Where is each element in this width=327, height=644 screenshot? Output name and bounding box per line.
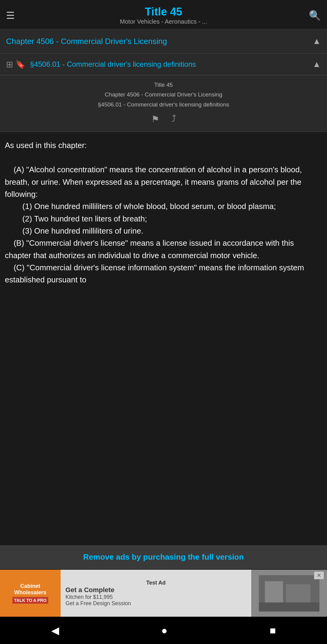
menu-icon[interactable]: ☰	[6, 10, 21, 21]
section-title: §4506.01 - Commercial driver's licensing…	[30, 59, 308, 69]
breadcrumb-line1: Title 45	[6, 80, 321, 90]
ad-sub1: Kitchen for $11,995	[65, 594, 246, 600]
definition-b: (B) "Commercial driver's license" means …	[5, 237, 322, 261]
chapter-title: Chapter 4506 - Commercial Driver's Licen…	[6, 36, 312, 47]
ad-sub2: Get a Free Design Session	[65, 600, 246, 607]
page-subtitle: Motor Vehicles - Aeronautics - ...	[21, 18, 306, 25]
bookmark-icon[interactable]: 🔖	[15, 60, 25, 69]
search-icon[interactable]: 🔍	[306, 10, 321, 21]
header-center: Title 45 Motor Vehicles - Aeronautics - …	[21, 5, 306, 25]
android-back-button[interactable]: ◀	[51, 624, 59, 636]
breadcrumb-area: Title 45 Chapter 4506 - Commercial Drive…	[0, 75, 327, 132]
remove-ads-text[interactable]: Remove ads by purchasing the full versio…	[83, 552, 244, 561]
page-title: Title 45	[21, 5, 306, 18]
intro-text: As used in this chapter:	[5, 139, 322, 151]
section-icon-group: ⊞ 🔖	[6, 59, 25, 69]
ad-banner: CabinetWholesalers TALK TO A PRO Test Ad…	[0, 570, 327, 617]
definition-a2: (2) Two hundred ten liters of breath;	[5, 213, 322, 225]
ad-x-icon[interactable]: ✕	[314, 572, 324, 579]
android-recents-button[interactable]: ■	[270, 625, 276, 636]
section-collapse-icon[interactable]: ▲	[312, 59, 321, 69]
ad-logo-sub: TALK TO A PRO	[12, 597, 48, 604]
svg-rect-3	[259, 602, 319, 612]
definition-c: (C) "Commercial driver's license informa…	[5, 261, 322, 286]
content-area: As used in this chapter: (A) "Alcohol co…	[0, 132, 327, 424]
breadcrumb-actions: ⚑ ⤴	[6, 110, 321, 129]
svg-rect-1	[265, 581, 283, 605]
compare-icon[interactable]: ⊞	[6, 59, 13, 69]
chapter-collapse-icon[interactable]: ▲	[312, 36, 321, 46]
flag-icon[interactable]: ⚑	[151, 114, 159, 124]
android-home-button[interactable]: ●	[161, 625, 168, 636]
remove-ads-banner[interactable]: Remove ads by purchasing the full versio…	[0, 545, 327, 569]
top-bar: ☰ Title 45 Motor Vehicles - Aeronautics …	[0, 0, 327, 29]
android-nav: ◀ ● ■	[0, 617, 327, 644]
definition-a3: (3) One hundred milliliters of urine.	[5, 225, 322, 237]
definition-a1: (1) One hundred milliliters of whole blo…	[5, 200, 322, 212]
ad-logo-text: CabinetWholesalers	[14, 583, 46, 596]
breadcrumb-line2: Chapter 4506 - Commercial Driver's Licen…	[6, 90, 321, 99]
ad-logo: CabinetWholesalers TALK TO A PRO	[0, 570, 61, 617]
chapter-header: Chapter 4506 - Commercial Driver's Licen…	[0, 29, 327, 54]
breadcrumb-line3: §4506.01 - Commercial driver's licensing…	[6, 100, 321, 110]
ad-content-area: Test Ad Get a Complete Kitchen for $11,9…	[61, 570, 251, 617]
definition-a: (A) "Alcohol concentration" means the co…	[5, 164, 322, 200]
ad-title: Get a Complete	[65, 586, 246, 594]
section-header: ⊞ 🔖 §4506.01 - Commercial driver's licen…	[0, 54, 327, 75]
svg-rect-2	[286, 584, 310, 605]
ad-test-label: Test Ad	[65, 580, 246, 586]
ad-inner: CabinetWholesalers TALK TO A PRO Test Ad…	[0, 570, 327, 617]
share-icon[interactable]: ⤴	[172, 114, 176, 124]
ad-close-button[interactable]: ✕	[314, 571, 324, 579]
